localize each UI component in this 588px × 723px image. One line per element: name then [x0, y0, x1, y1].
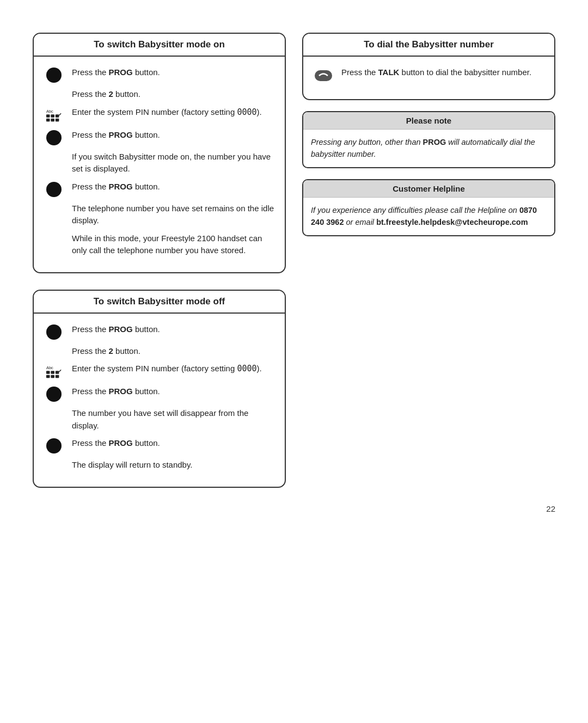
helpline-body: If you experience any difficulties pleas… [303, 198, 554, 235]
switch-on-section: To switch Babysitter mode on Press the P… [33, 33, 286, 273]
circle-icon-1 [44, 68, 64, 83]
step-text-off-2: Press the 2 button. [72, 345, 275, 358]
step-text-off-1: Press the PROG button. [72, 323, 275, 336]
step-row: Abc Enter the system PIN number (factory… [44, 106, 275, 124]
please-note-body: Pressing any button, other than PROG wil… [303, 130, 554, 167]
page-number: 22 [33, 504, 555, 513]
step-row: The telephone number you have set remain… [44, 203, 275, 227]
step-text-off-7: The display will return to standby. [72, 459, 275, 471]
svg-rect-13 [51, 375, 54, 378]
svg-line-7 [59, 113, 61, 115]
step-text-3: Enter the system PIN number (factory set… [72, 106, 275, 119]
talk-button-icon [313, 68, 334, 84]
keypad-icon-1: Abc [44, 107, 64, 124]
step-text-1: Press the PROG button. [72, 66, 275, 79]
step-text-off-3: Enter the system PIN number (factory set… [72, 363, 275, 375]
dial-section: To dial the Babysitter number Press the … [302, 33, 555, 100]
step-text-7: The telephone number you have set remain… [72, 203, 275, 227]
please-note-box: Please note Pressing any button, other t… [302, 111, 555, 168]
step-row: Press the PROG button. [44, 66, 275, 83]
keypad-icon-2: Abc [44, 364, 64, 380]
step-row: Abc Enter the system PIN number (factory… [44, 363, 275, 380]
switch-off-title: To switch Babysitter mode off [34, 291, 285, 314]
step-text-8: While in this mode, your Freestyle 2100 … [72, 232, 275, 257]
svg-rect-2 [51, 114, 54, 118]
svg-rect-3 [56, 114, 59, 118]
step-text-2: Press the 2 button. [72, 88, 275, 101]
circle-icon-6 [44, 438, 64, 454]
svg-rect-12 [46, 375, 50, 378]
circle-icon-4 [44, 324, 64, 340]
switch-off-body: Press the PROG button. Press the 2 butto… [34, 323, 285, 471]
circle-icon-2 [44, 130, 64, 145]
step-row: Press the PROG button. [44, 385, 275, 402]
step-row: Press the 2 button. [44, 345, 275, 358]
circle-icon-3 [44, 182, 64, 197]
step-text-5: If you switch Babysitter mode on, the nu… [72, 151, 275, 175]
step-row: Press the TALK button to dial the babysi… [313, 66, 544, 84]
step-text-dial: Press the TALK button to dial the babysi… [341, 66, 544, 79]
step-row: Press the PROG button. [44, 323, 275, 340]
switch-on-title: To switch Babysitter mode on [34, 34, 285, 57]
step-text-6: Press the PROG button. [72, 181, 275, 193]
step-row: The display will return to standby. [44, 459, 275, 471]
helpline-title: Customer Helpline [303, 180, 554, 198]
svg-rect-4 [46, 118, 50, 121]
step-row: While in this mode, your Freestyle 2100 … [44, 232, 275, 257]
dial-title: To dial the Babysitter number [303, 34, 554, 57]
svg-rect-9 [46, 371, 50, 374]
svg-text:Abc: Abc [46, 109, 53, 114]
right-column: To dial the Babysitter number Press the … [302, 33, 555, 488]
svg-line-15 [59, 370, 61, 372]
step-text-4: Press the PROG button. [72, 129, 275, 142]
step-row: The number you have set will disappear f… [44, 407, 275, 432]
svg-rect-14 [56, 375, 59, 378]
step-row: If you switch Babysitter mode on, the nu… [44, 151, 275, 175]
svg-text:Abc: Abc [46, 365, 53, 370]
step-text-off-6: Press the PROG button. [72, 437, 275, 450]
svg-rect-6 [56, 118, 59, 121]
switch-off-section: To switch Babysitter mode off Press the … [33, 290, 286, 488]
circle-icon-5 [44, 387, 64, 402]
svg-rect-10 [51, 371, 54, 374]
step-row: Press the PROG button. [44, 181, 275, 197]
step-row: Press the PROG button. [44, 129, 275, 145]
step-row: Press the PROG button. [44, 437, 275, 454]
switch-on-body: Press the PROG button. Press the 2 butto… [34, 66, 285, 257]
helpline-box: Customer Helpline If you experience any … [302, 179, 555, 236]
step-text-off-5: The number you have set will disappear f… [72, 407, 275, 432]
step-row: Press the 2 button. [44, 88, 275, 101]
svg-rect-1 [46, 114, 50, 118]
svg-rect-11 [56, 371, 59, 374]
svg-rect-5 [51, 118, 54, 121]
left-column: To switch Babysitter mode on Press the P… [33, 33, 286, 488]
dial-body: Press the TALK button to dial the babysi… [303, 66, 554, 84]
svg-rect-16 [315, 70, 332, 81]
please-note-title: Please note [303, 112, 554, 130]
step-text-off-4: Press the PROG button. [72, 385, 275, 398]
